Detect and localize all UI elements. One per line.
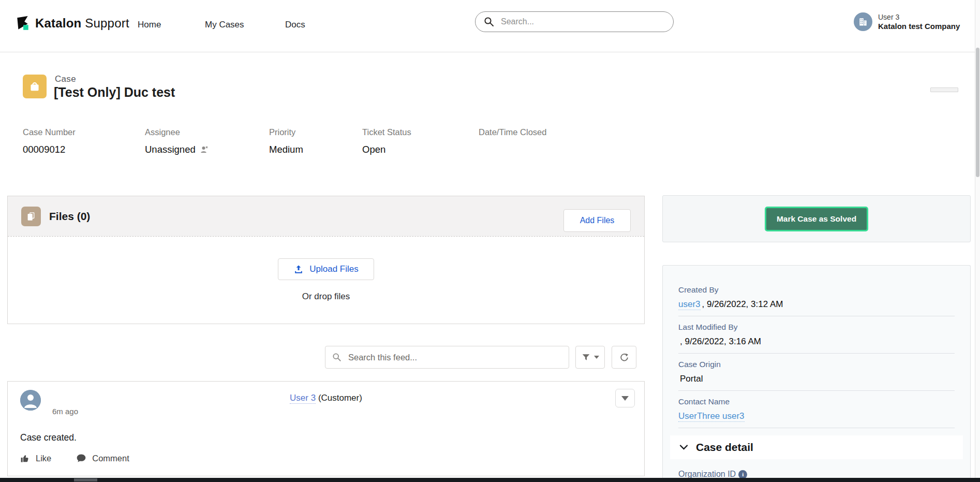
- detail-label: Last Modified By: [678, 323, 955, 332]
- files-icon: [21, 207, 41, 226]
- detail-row-case-origin: Case Origin Portal: [678, 354, 955, 391]
- field-label: Case Number: [23, 127, 76, 137]
- chevron-down-icon: [621, 396, 629, 401]
- files-title: Files (0): [49, 210, 90, 223]
- case-origin-value: Portal: [680, 374, 703, 384]
- global-search[interactable]: [475, 11, 674, 32]
- vertical-scrollbar-thumb[interactable]: [976, 48, 979, 177]
- field-case-number: Case Number 00009012: [23, 127, 76, 155]
- contact-name-link[interactable]: UserThree user3: [678, 411, 745, 422]
- record-type-label: Case: [55, 74, 76, 84]
- created-by-datetime: , 9/26/2022, 3:12 AM: [702, 299, 783, 309]
- horizontal-scrollbar[interactable]: [0, 478, 980, 482]
- comment-bubble-icon: [76, 453, 86, 463]
- detail-row-contact-name: Contact Name UserThree user3: [678, 391, 955, 428]
- user-name: User 3: [878, 13, 960, 22]
- change-owner-icon[interactable]: [200, 145, 209, 154]
- field-value: Open: [362, 144, 411, 155]
- case-detail-panel: Created By user3, 9/26/2022, 3:12 AM Las…: [662, 265, 971, 482]
- user-info: User 3 Katalon test Company: [878, 13, 960, 31]
- user-company: Katalon test Company: [878, 22, 960, 31]
- comment-button[interactable]: Comment: [76, 453, 129, 463]
- thumbs-up-icon: [20, 454, 30, 463]
- post-author-link[interactable]: User 3: [290, 393, 316, 404]
- company-avatar: [854, 12, 872, 31]
- top-nav-bar: Katalon Support Home My Cases Docs: [0, 0, 975, 52]
- files-card-header: Files (0) Add Files: [8, 196, 644, 236]
- detail-label: Case Origin: [678, 360, 955, 369]
- refresh-icon: [619, 353, 629, 362]
- upload-files-button[interactable]: Upload Files: [278, 258, 374, 280]
- mark-case-solved-button[interactable]: Mark Case as Solved: [765, 207, 868, 231]
- user-menu[interactable]: User 3 Katalon test Company: [854, 12, 960, 31]
- created-by-link[interactable]: user3: [678, 299, 701, 310]
- case-detail-section-toggle[interactable]: Case detail: [670, 435, 963, 459]
- post-timestamp: 6m ago: [52, 407, 78, 416]
- global-search-input[interactable]: [500, 17, 665, 27]
- files-drop-zone[interactable]: Upload Files Or drop files: [8, 236, 644, 324]
- page-title: [Test Only] Duc test: [54, 85, 175, 100]
- feed-filter-button[interactable]: [575, 346, 605, 369]
- field-value: Medium: [269, 144, 303, 155]
- field-label: Date/Time Closed: [479, 127, 546, 137]
- field-assignee: Assignee Unassigned: [145, 127, 209, 155]
- field-label: Priority: [269, 127, 303, 137]
- detail-row-last-modified-by: Last Modified By , 9/26/2022, 3:16 AM: [678, 316, 955, 354]
- feed-post: 6m ago User 3 (Customer) Case created. L…: [7, 381, 645, 476]
- post-header: User 3 (Customer): [70, 393, 582, 403]
- person-icon: [20, 390, 41, 411]
- field-priority: Priority Medium: [269, 127, 303, 155]
- like-label: Like: [36, 454, 51, 463]
- files-card: Files (0) Add Files Upload Files Or drop…: [7, 196, 645, 324]
- post-author-avatar[interactable]: [20, 390, 41, 411]
- assignee-value: Unassigned: [145, 144, 196, 155]
- horizontal-scrollbar-thumb[interactable]: [74, 478, 97, 481]
- chevron-down-icon: [679, 444, 688, 450]
- brand-name: Katalon Support: [35, 16, 129, 31]
- case-record-icon: [23, 75, 47, 98]
- collapsed-action-placeholder: [930, 87, 958, 92]
- vertical-scrollbar[interactable]: [975, 0, 980, 482]
- field-date-time-closed: Date/Time Closed: [479, 127, 546, 144]
- feed-search[interactable]: [325, 346, 569, 369]
- post-menu-button[interactable]: [615, 389, 635, 407]
- info-icon[interactable]: i: [738, 470, 747, 479]
- detail-value: UserThree user3: [678, 411, 955, 421]
- detail-label: Created By: [678, 285, 955, 295]
- nav-item-my-cases[interactable]: My Cases: [205, 20, 244, 30]
- search-icon: [484, 17, 494, 27]
- brand-name-bold: Katalon: [35, 16, 81, 30]
- chevron-down-icon: [594, 356, 599, 359]
- building-icon: [858, 17, 868, 27]
- post-actions: Like Comment: [20, 453, 129, 463]
- nav-item-docs[interactable]: Docs: [285, 20, 305, 30]
- drop-files-hint: Or drop files: [302, 291, 350, 302]
- upload-files-label: Upload Files: [309, 264, 359, 274]
- field-value: 00009012: [23, 144, 76, 155]
- feed-search-input[interactable]: [347, 352, 562, 363]
- nav-item-home[interactable]: Home: [138, 20, 161, 30]
- field-ticket-status: Ticket Status Open: [362, 127, 411, 155]
- feed-refresh-button[interactable]: [612, 346, 636, 369]
- post-author-role: (Customer): [318, 393, 362, 403]
- detail-value: , 9/26/2022, 3:16 AM: [678, 337, 955, 347]
- solve-action-card: Mark Case as Solved: [662, 195, 971, 242]
- katalon-logo-icon: [16, 16, 30, 31]
- detail-value: Portal: [678, 374, 955, 384]
- field-label: Ticket Status: [362, 127, 411, 137]
- search-icon: [332, 353, 341, 362]
- field-label: Assignee: [145, 127, 209, 137]
- katalon-support-case-page: Katalon Support Home My Cases Docs: [0, 0, 980, 482]
- detail-row-created-by: Created By user3, 9/26/2022, 3:12 AM: [678, 266, 955, 316]
- add-files-button[interactable]: Add Files: [563, 209, 631, 232]
- like-button[interactable]: Like: [20, 454, 51, 463]
- upload-icon: [293, 264, 304, 274]
- field-value: Unassigned: [145, 144, 209, 155]
- brand-name-regular: Support: [85, 16, 129, 30]
- detail-label: Contact Name: [678, 397, 955, 406]
- brand-logo[interactable]: Katalon Support: [16, 16, 129, 31]
- post-body: Case created.: [20, 432, 77, 443]
- briefcase-icon: [28, 80, 41, 93]
- section-title: Case detail: [696, 441, 753, 454]
- last-modified-datetime: , 9/26/2022, 3:16 AM: [680, 337, 761, 346]
